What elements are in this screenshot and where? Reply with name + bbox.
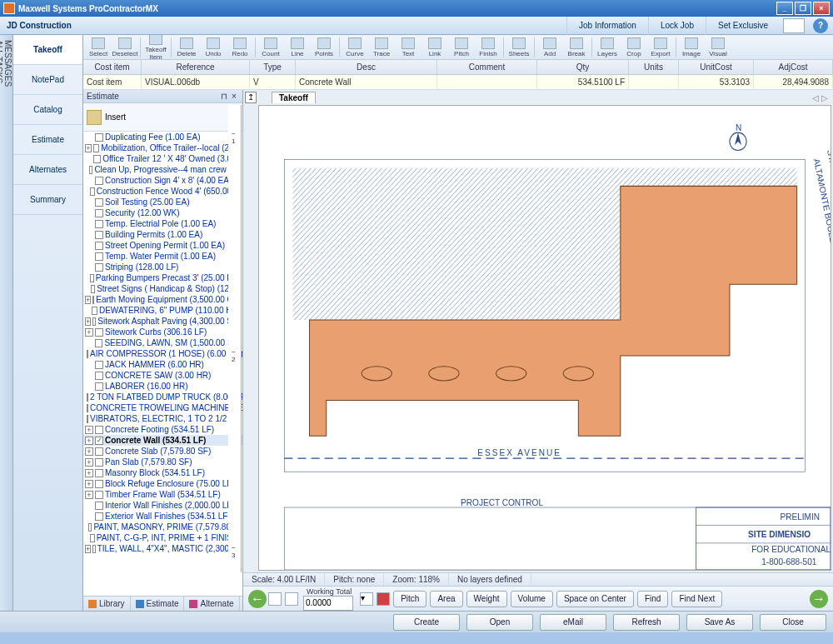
expand-icon[interactable]: + <box>85 458 93 467</box>
maximize-button[interactable]: ❐ <box>795 2 811 15</box>
expand-icon[interactable] <box>85 187 88 196</box>
tool-break[interactable]: Break <box>563 37 590 57</box>
tool-undo[interactable]: Undo <box>200 37 227 57</box>
nav-tab-estimate[interactable]: Estimate <box>13 125 82 155</box>
tool-finish[interactable]: Finish <box>475 37 501 57</box>
grid-header-cell[interactable]: Units <box>629 60 679 74</box>
checkbox-icon[interactable] <box>90 534 94 542</box>
collapse-icon[interactable]: ↥ <box>245 92 257 103</box>
insert-bar[interactable]: Insert <box>83 103 242 132</box>
estimate-tree[interactable]: Duplicating Fee (1.00 EA)+Mobilization, … <box>83 132 242 596</box>
tool-count[interactable]: Count <box>257 37 284 57</box>
footer-close-button[interactable]: Close <box>760 614 826 631</box>
checkbox-icon[interactable] <box>87 350 88 358</box>
tree-item[interactable]: +Sitework Curbs (306.16 LF) <box>83 327 242 337</box>
nav-tab-notepad[interactable]: NotePad <box>13 65 82 95</box>
checkbox-icon[interactable]: ✓ <box>95 437 103 445</box>
checkbox-icon[interactable] <box>89 166 92 174</box>
expand-icon[interactable]: + <box>85 480 93 488</box>
grid-header-cell[interactable]: Type <box>250 60 296 74</box>
tool-export[interactable]: Export <box>647 37 674 57</box>
tree-item[interactable]: VIBRATORS, ELECTRIC, 1 TO 2 1/2 HP <box>83 413 242 424</box>
tree-item[interactable]: LABORER (16.00 HR) <box>83 381 242 392</box>
tree-item[interactable]: +Timber Frame Wall (534.51 LF) <box>83 489 242 500</box>
expand-icon[interactable] <box>85 523 87 532</box>
wt-volume-button[interactable]: Volume <box>511 591 553 607</box>
tool-link[interactable]: Link <box>421 37 448 57</box>
checkbox-icon[interactable] <box>95 198 103 207</box>
expand-icon[interactable] <box>85 133 93 142</box>
expand-icon[interactable] <box>85 382 93 391</box>
drawing-canvas[interactable]: ESSEX AVENUE PRELIMIN SITE DIMENSIO FOR … <box>258 105 831 571</box>
tree-item[interactable]: Construction Fence Wood 4' (650.00 L| <box>83 186 242 197</box>
tree-item[interactable]: Clean Up, Progressive--4 man crew (26 <box>83 164 242 175</box>
panel-close-icon[interactable]: × <box>229 90 239 102</box>
tree-item[interactable]: +TILE, WALL, 4"X4", MASTIC (2,300.00 <box>83 543 242 554</box>
tree-item[interactable]: PAINT, C-G-P, INT, PRIME + 1 FINISH, <box>83 532 242 543</box>
lock-job-button[interactable]: Lock Job <box>648 17 706 35</box>
tool-curve[interactable]: Curve <box>342 37 368 57</box>
grid-header-cell[interactable]: UnitCost <box>679 60 754 74</box>
expand-icon[interactable] <box>85 361 93 369</box>
tool-add[interactable]: Add <box>536 37 563 57</box>
checkbox-icon[interactable] <box>95 263 103 272</box>
tool-layers[interactable]: Layers <box>594 37 621 57</box>
est-tab-alternate[interactable]: Alternate <box>184 597 239 611</box>
checkbox-icon[interactable] <box>92 317 96 326</box>
grid-header-cell[interactable]: AdjCost <box>754 60 833 74</box>
expand-icon[interactable] <box>85 198 93 207</box>
set-exclusive-button[interactable]: Set Exclusive <box>706 17 780 35</box>
tool-takeoff-item[interactable]: Takeoff Item <box>142 35 169 60</box>
expand-icon[interactable] <box>85 534 88 542</box>
checkbox-icon[interactable] <box>95 220 103 228</box>
checkbox-icon[interactable] <box>92 307 97 315</box>
tree-item[interactable]: Soil Testing (25.00 EA) <box>83 197 242 207</box>
checkbox-icon[interactable] <box>93 155 101 163</box>
checkbox-icon[interactable] <box>95 133 103 142</box>
tree-item[interactable]: Building Permits (1.00 EA) <box>83 229 242 240</box>
expand-icon[interactable] <box>85 155 92 163</box>
checkbox-icon[interactable] <box>93 144 100 152</box>
checkbox-icon[interactable] <box>95 491 103 499</box>
est-tab-library[interactable]: Library <box>83 597 131 611</box>
tree-item[interactable]: +Block Refuge Enclosure (75.00 LF) <box>83 478 242 489</box>
tree-item[interactable]: Street Opening Permit (1.00 EA) <box>83 240 242 251</box>
expand-icon[interactable]: + <box>85 447 93 456</box>
tool-deselect[interactable]: Deselect <box>112 37 138 57</box>
expand-icon[interactable] <box>85 274 88 282</box>
nav-tab-summary[interactable]: Summary <box>13 185 82 215</box>
checkbox-icon[interactable] <box>95 372 103 380</box>
close-button[interactable]: × <box>813 2 830 15</box>
all-tasks-tab[interactable]: ALL TASKS <box>0 40 3 602</box>
tree-item[interactable]: Striping (128.00 LF) <box>83 262 242 272</box>
checkbox-icon[interactable] <box>95 209 103 217</box>
tree-item[interactable]: +Sitework Asphalt Paving (4,300.00 SY) <box>83 316 242 327</box>
wt-space-on-center-button[interactable]: Space on Center <box>556 591 634 607</box>
grid-row[interactable]: Cost itemVISUAL.006dbVConcrete Wall534.5… <box>83 75 833 90</box>
tree-item[interactable]: +Mobilization, Office Trailer--local (2.… <box>83 142 242 153</box>
expand-icon[interactable]: + <box>85 437 93 445</box>
tree-item[interactable]: +Concrete Slab (7,579.80 SF) <box>83 446 242 457</box>
tree-item[interactable]: Parking Bumpers Precast 3' (25.00 EA) <box>83 272 242 283</box>
checkbox-icon[interactable] <box>95 361 103 369</box>
grid-header-cell[interactable]: Qty <box>537 60 629 74</box>
expand-icon[interactable]: + <box>85 317 91 326</box>
checkbox-icon[interactable] <box>87 415 88 423</box>
footer-save-as-button[interactable]: Save As <box>686 614 753 631</box>
checkbox-icon[interactable] <box>95 242 103 250</box>
expand-icon[interactable]: + <box>85 296 91 304</box>
grid-header-cell[interactable]: Cost item <box>83 60 142 74</box>
tree-item[interactable]: PAINT, MASONRY, PRIME (7,579.80 S| <box>83 522 242 532</box>
tree-item[interactable]: AIR COMPRESSOR (1 HOSE) (6.00 HR) <box>83 348 242 359</box>
footer-open-button[interactable]: Open <box>466 614 533 631</box>
pin-icon[interactable]: ⊓ <box>219 90 229 102</box>
nav-tab-alternates[interactable]: Alternates <box>13 155 82 185</box>
tree-item[interactable]: CONCRETE TROWELING MACHINE, 36 <box>83 402 242 413</box>
tool-sheets[interactable]: Sheets <box>506 37 532 57</box>
working-total-input[interactable] <box>303 596 353 611</box>
checkbox-icon[interactable] <box>92 296 94 304</box>
tool-text[interactable]: Text <box>395 37 421 57</box>
tool-pitch[interactable]: Pitch <box>448 37 475 57</box>
footer-email-button[interactable]: eMail <box>540 614 606 631</box>
tree-item[interactable]: +✓Concrete Wall (534.51 LF) <box>83 435 242 446</box>
